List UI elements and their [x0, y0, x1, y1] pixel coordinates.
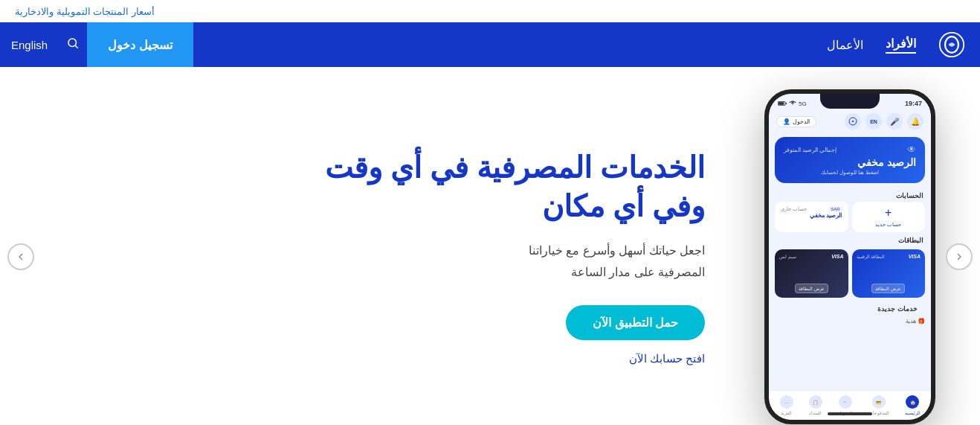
sidebar-item-individuals[interactable]: الأفراد	[886, 36, 916, 54]
new-services-item: 🎁 هدية	[775, 315, 925, 327]
phone-home-indicator	[828, 412, 872, 415]
navbar-right: English تسجيل دخول	[0, 22, 193, 67]
search-icon	[66, 36, 80, 50]
phone-nav-icons: 🔔 🎤 EN	[845, 113, 923, 130]
nav-home-label: الرئيسية	[905, 410, 921, 415]
existing-account-value: الرصيد مخفي	[781, 212, 842, 219]
nav-en-badge: EN	[865, 113, 882, 130]
new-services-title: خدمات جديدة	[775, 301, 925, 315]
phone-nav: 🔔 🎤 EN الدخول 👤	[769, 110, 931, 132]
phone-status-icons: 5G	[778, 100, 807, 107]
card2-btn[interactable]: عرض البطاقة	[795, 284, 828, 293]
visa-label-1: VISA	[909, 254, 921, 259]
phone-cards: VISA البطاقة الرقمية عرض البطاقة VISA سي…	[769, 246, 931, 301]
cards-section-title: البطاقات	[769, 232, 931, 246]
nav-item-home[interactable]: 🏠 الرئيسية	[905, 395, 921, 415]
phone-balance-link[interactable]: اضغط هنا للوصول لحسابك	[784, 170, 916, 176]
search-button[interactable]	[59, 36, 87, 54]
prev-arrow-button[interactable]	[7, 243, 34, 270]
logo	[923, 31, 980, 58]
chevron-right-icon	[953, 251, 965, 263]
phone-time: 19:47	[905, 100, 922, 107]
nav-more-label: المزيد	[781, 410, 792, 415]
new-account-card[interactable]: + حساب جديد	[852, 202, 926, 232]
svg-point-1	[68, 39, 77, 47]
accounts-section-title: الحسابات	[769, 188, 931, 202]
svg-rect-3	[778, 102, 784, 105]
transfer-icon: ↔	[839, 395, 852, 409]
card1-btn[interactable]: عرض البطاقة	[871, 284, 905, 293]
nav-item-payment[interactable]: 📋 السداد	[809, 395, 822, 415]
card1-label: البطاقة الرقمية	[857, 254, 886, 259]
hero-title-line2: وفي أي مكان	[542, 190, 705, 223]
hero-text: الخدمات المصرفية في أي وقت وفي أي مكان ا…	[74, 148, 735, 366]
more-icon: ⋯	[780, 395, 793, 409]
hide-balance-icon: 👁	[907, 144, 916, 155]
sar-badge: SAR	[828, 206, 842, 212]
existing-account-label: SAR حساب جاري	[781, 206, 842, 212]
phone-mockup-container: 19:47 5G	[764, 89, 935, 424]
hero-subtitle-line1: اجعل حياتك أسهل وأسرع مع خياراتنا	[529, 244, 705, 257]
payments-icon: 💳	[872, 395, 886, 409]
new-services-section: خدمات جديدة 🎁 هدية	[769, 301, 931, 327]
sidebar-item-business[interactable]: الأعمال	[827, 38, 863, 52]
sim-card[interactable]: VISA سيم لس عرض البطاقة	[775, 249, 848, 298]
top-bar: أسعار المنتجات التمويلية والادخارية	[0, 0, 980, 22]
digital-card[interactable]: VISA البطاقة الرقمية عرض البطاقة	[852, 249, 926, 298]
phone-user-icon: 👤	[783, 118, 790, 125]
alinma-icon	[848, 117, 857, 126]
phone-login-label: الدخول	[793, 118, 810, 125]
chevron-left-icon	[15, 251, 27, 263]
bank-logo-icon	[938, 31, 965, 58]
hero-title: الخدمات المصرفية في أي وقت وفي أي مكان	[74, 148, 705, 226]
existing-account-card[interactable]: SAR حساب جاري الرصيد مخفي	[775, 202, 848, 232]
nav-payment-label: السداد	[809, 410, 822, 415]
financing-link[interactable]: أسعار المنتجات التمويلية والادخارية	[15, 6, 155, 17]
gift-emoji: 🎁	[918, 318, 925, 325]
phone-notch	[820, 94, 880, 109]
phone-login-badge: الدخول 👤	[776, 116, 816, 127]
phone-balance-section: 👁 إجمالي الرصيد المتوفر الرصيد مخفي اضغط…	[775, 137, 925, 183]
phone-bottom-nav: 🏠 الرئيسية 💳 المدفوعات ↔ التحويل 📋 السدا…	[769, 390, 931, 420]
svg-rect-4	[786, 103, 787, 104]
navbar-links: الأفراد الأعمال	[193, 36, 923, 54]
card2-label: سيم لس	[779, 254, 796, 259]
new-account-content: + حساب جديد	[858, 206, 920, 228]
hero-section: 19:47 5G	[0, 67, 980, 425]
payment-icon: 📋	[809, 395, 822, 409]
nav-logo-icon	[845, 113, 861, 130]
phone-accounts: + حساب جديد SAR حساب جاري الرصيد مخفي	[769, 202, 931, 232]
language-button[interactable]: English	[0, 39, 59, 51]
phone-mockup: 19:47 5G	[764, 89, 935, 424]
phone-balance-hidden: الرصيد مخفي	[784, 156, 916, 168]
existing-account-content: SAR حساب جاري الرصيد مخفي	[781, 206, 842, 219]
phone-screen: 19:47 5G	[769, 94, 931, 420]
next-arrow-button[interactable]	[946, 243, 973, 270]
plus-icon: +	[885, 206, 892, 220]
new-account-label: حساب جديد	[875, 222, 901, 228]
signal-icon: 5G	[799, 100, 807, 107]
gift-label: هدية	[906, 318, 916, 325]
login-button[interactable]: تسجيل دخول	[87, 22, 193, 67]
existing-account-title: حساب جاري	[781, 206, 807, 212]
hero-subtitle-line2: المصرفية على مدار الساعة	[571, 266, 705, 278]
visa-label-2: VISA	[831, 254, 843, 259]
nav-item-more[interactable]: ⋯ المزيد	[780, 395, 793, 415]
hero-title-line1: الخدمات المصرفية في أي وقت	[325, 151, 705, 184]
mic-icon: 🎤	[886, 113, 903, 130]
phone-balance-label: إجمالي الرصيد المتوفر	[784, 147, 836, 153]
download-app-button[interactable]: حمل التطبيق الآن	[566, 305, 705, 340]
home-icon: 🏠	[906, 395, 919, 409]
open-account-link[interactable]: افتح حسابك الآن	[74, 352, 705, 365]
navbar: الأفراد الأعمال English تسجيل دخول	[0, 22, 980, 67]
wifi-icon	[789, 100, 796, 106]
battery-icon	[778, 100, 787, 106]
hero-subtitle: اجعل حياتك أسهل وأسرع مع خياراتنا المصرف…	[74, 240, 705, 284]
notification-icon: 🔔	[907, 113, 923, 130]
